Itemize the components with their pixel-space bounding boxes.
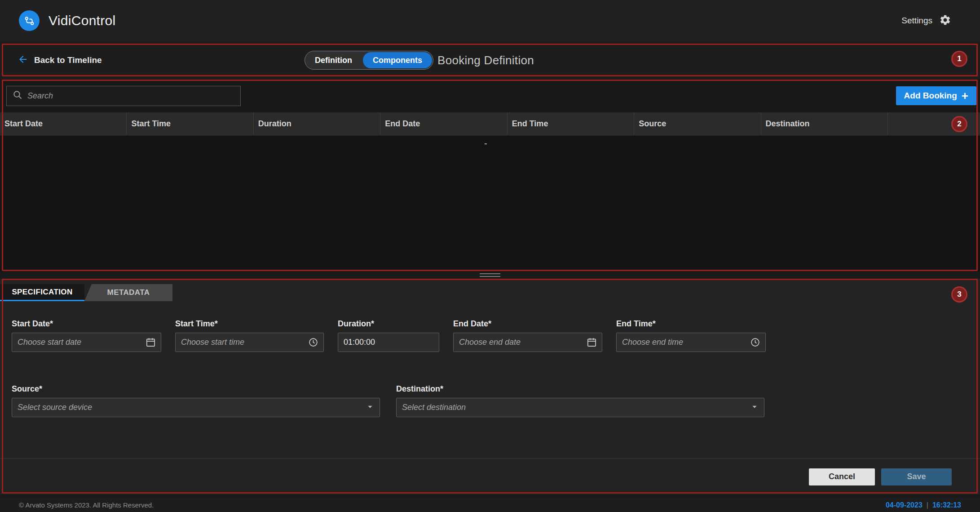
calendar-icon[interactable] (586, 337, 597, 348)
search-row: Add Booking + (0, 79, 980, 112)
copyright-text: © Arvato Systems 2023. All Rights Reserv… (19, 501, 154, 509)
detail-tabs: SPECIFICATION METADATA (0, 279, 980, 301)
destination-select[interactable]: Select destination (396, 398, 764, 417)
start-time-input[interactable] (181, 338, 307, 347)
app-header: VidiControl Settings (0, 0, 980, 41)
start-time-input-wrap[interactable] (175, 333, 324, 352)
duration-input[interactable] (344, 338, 434, 347)
duration-input-wrap[interactable] (338, 333, 439, 352)
destination-label: Destination* (396, 384, 764, 394)
destination-field: Destination* Select destination (396, 384, 764, 417)
settings-label: Settings (901, 16, 932, 26)
column-header-destination: Destination (761, 112, 888, 135)
back-label: Back to Timeline (34, 55, 102, 65)
brand: VidiControl (19, 10, 116, 31)
chevron-down-icon (750, 402, 759, 414)
toolbar: Back to Timeline Definition Components B… (0, 41, 980, 79)
toggle-definition[interactable]: Definition (305, 51, 362, 69)
calendar-icon[interactable] (145, 337, 156, 348)
column-header-start-date: Start Date (0, 112, 127, 135)
end-time-field: End Time* (616, 319, 766, 352)
source-label: Source* (12, 384, 380, 394)
footer: © Arvato Systems 2023. All Rights Reserv… (0, 498, 980, 512)
end-time-input[interactable] (622, 338, 749, 347)
splitter-row (0, 272, 980, 279)
end-date-input[interactable] (459, 338, 586, 347)
footer-time: 16:32:13 (932, 501, 961, 509)
back-arrow-icon (18, 54, 28, 67)
start-date-field: Start Date* (12, 319, 161, 352)
booking-detail-panel: SPECIFICATION METADATA Start Date* Start… (0, 279, 980, 494)
toggle-components[interactable]: Components (363, 52, 432, 68)
cancel-button[interactable]: Cancel (809, 468, 875, 485)
search-box[interactable] (6, 86, 241, 106)
end-time-input-wrap[interactable] (616, 333, 766, 352)
column-header-duration: Duration (254, 112, 380, 135)
tab-metadata[interactable]: METADATA (84, 284, 172, 301)
duration-field: Duration* (338, 319, 439, 352)
end-date-label: End Date* (453, 319, 602, 329)
footer-separator: | (927, 501, 928, 509)
start-date-label: Start Date* (12, 319, 161, 329)
destination-select-placeholder: Select destination (402, 403, 466, 412)
form-actions: Cancel Save (0, 459, 980, 494)
back-to-timeline-button[interactable]: Back to Timeline (18, 54, 102, 67)
form-row-times: Start Date* Start Time* (12, 319, 968, 352)
clock-icon[interactable] (307, 337, 319, 348)
start-time-label: Start Time* (175, 319, 324, 329)
add-booking-label: Add Booking (904, 91, 957, 101)
column-header-end-date: End Date (380, 112, 507, 135)
specification-form: Start Date* Start Time* (0, 319, 980, 417)
column-header-end-time: End Time (508, 112, 634, 135)
start-date-input[interactable] (18, 338, 145, 347)
column-header-actions (888, 112, 980, 135)
source-field: Source* Select source device (12, 384, 380, 417)
duration-label: Duration* (338, 319, 439, 329)
bookings-section: Add Booking + Start Date Start Time Dura… (0, 79, 980, 272)
end-date-input-wrap[interactable] (453, 333, 602, 352)
end-time-label: End Time* (616, 319, 766, 329)
clock-icon[interactable] (749, 337, 761, 348)
save-button[interactable]: Save (881, 468, 952, 485)
column-header-start-time: Start Time (127, 112, 253, 135)
add-booking-button[interactable]: Add Booking + (896, 86, 976, 105)
page-title: Booking Definition (437, 53, 534, 67)
end-date-field: End Date* (453, 319, 602, 352)
bookings-table-header: Start Date Start Time Duration End Date … (0, 112, 980, 136)
form-row-devices: Source* Select source device Destination… (12, 384, 968, 417)
settings-gear-icon (939, 14, 951, 28)
bookings-table-body: - (0, 136, 980, 272)
panel-resize-handle[interactable] (480, 273, 500, 277)
start-time-field: Start Time* (175, 319, 324, 352)
footer-date: 04-09-2023 (886, 501, 923, 509)
source-select[interactable]: Select source device (12, 398, 380, 417)
tab-specification[interactable]: SPECIFICATION (0, 284, 84, 301)
settings-button[interactable]: Settings (901, 14, 951, 28)
empty-list-marker: - (484, 138, 487, 149)
start-date-input-wrap[interactable] (12, 333, 161, 352)
footer-datetime: 04-09-2023 | 16:32:13 (886, 501, 961, 509)
chevron-down-icon (365, 402, 375, 414)
vidicontrol-logo-icon (19, 10, 40, 31)
view-toggle: Definition Components (305, 51, 433, 70)
column-header-source: Source (634, 112, 761, 135)
plus-icon: + (962, 90, 968, 102)
search-input[interactable] (27, 91, 235, 101)
app-title: VidiControl (49, 13, 116, 28)
search-icon (12, 89, 23, 102)
source-select-placeholder: Select source device (18, 403, 92, 412)
